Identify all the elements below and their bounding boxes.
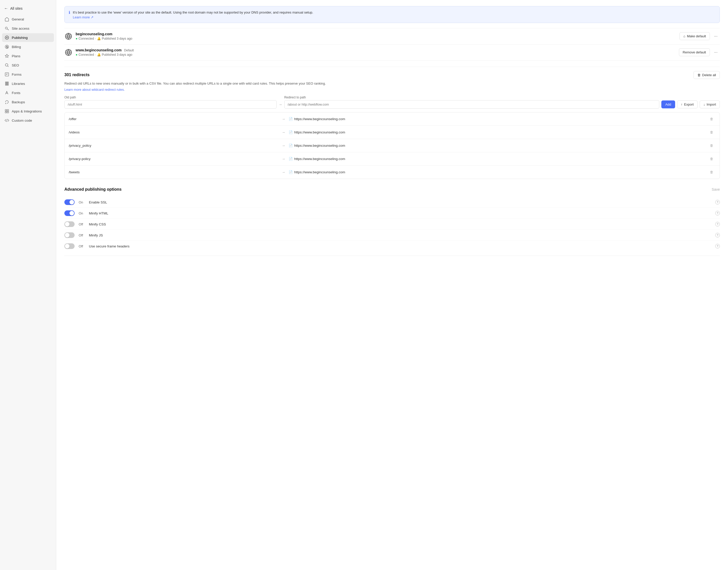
delete-redirect-0[interactable]: 🗑 — [708, 116, 715, 122]
sidebar-item-general[interactable]: General — [2, 15, 54, 23]
rr-arrow-2: → — [278, 144, 289, 148]
sidebar-item-fonts[interactable]: Fonts — [2, 88, 54, 97]
sidebar-item-label-plans: Plans — [12, 54, 20, 58]
minify-js-label: Minify JS — [89, 233, 711, 237]
advanced-section: Advanced publishing options Save On Enab… — [64, 187, 720, 252]
remove-default-button[interactable]: Remove default — [679, 48, 710, 56]
add-redirect-button[interactable]: Add — [661, 100, 675, 108]
publish-icon — [5, 35, 9, 40]
sidebar-item-site-access[interactable]: Site access — [2, 24, 54, 33]
sidebar-item-publishing[interactable]: Publishing — [2, 33, 54, 42]
rr-dest-2: 📄 https://www.begincounseling.com — [289, 144, 708, 148]
sidebar-item-libraries[interactable]: Libraries — [2, 79, 54, 88]
domain-menu-button-1[interactable]: ··· — [712, 32, 720, 41]
minify-css-toggle[interactable] — [64, 221, 75, 227]
file-icon-4: 📄 — [289, 170, 293, 174]
sidebar-item-billing[interactable]: Billing — [2, 42, 54, 51]
secure-frame-label: Use secure frame headers — [89, 244, 711, 248]
redirect-to-input[interactable] — [284, 100, 660, 109]
enable-ssl-label: Enable SSL — [89, 200, 711, 204]
dollar-icon — [5, 44, 9, 49]
redirects-title: 301 redirects — [64, 73, 90, 77]
make-default-button[interactable]: ⌂ Make default — [679, 32, 710, 40]
svg-rect-7 — [5, 111, 7, 113]
domain-row-2: www.begincounseling.com Default ● Connec… — [64, 44, 720, 61]
bell-icon-1: 🔔 — [97, 37, 101, 40]
rr-dest-4: 📄 https://www.begincounseling.com — [289, 170, 708, 174]
sidebar-item-label-apps: Apps & Integrations — [12, 109, 42, 113]
forms-icon — [5, 72, 9, 77]
sidebar-item-plans[interactable]: Plans — [2, 52, 54, 60]
redirect-row-2: /privacy_policy → 📄 https://www.begincou… — [65, 139, 720, 152]
seo-icon — [5, 63, 9, 67]
info-banner-text: It's best practice to use the 'www' vers… — [73, 10, 313, 15]
domain-name-1: begincounseling.com — [76, 32, 132, 36]
delete-redirect-2[interactable]: 🗑 — [708, 142, 715, 149]
domain-info-1: begincounseling.com ● Connected · 🔔 Publ… — [76, 32, 132, 40]
back-label: All sites — [10, 6, 22, 10]
svg-point-0 — [5, 27, 7, 29]
rr-arrow-1: → — [278, 130, 289, 134]
minify-html-label: Minify HTML — [89, 211, 711, 215]
domain-name-2: www.begincounseling.com Default — [76, 48, 134, 52]
export-button[interactable]: ↑ Export — [677, 100, 698, 108]
redirects-table: /offer → 📄 https://www.begincounseling.c… — [64, 112, 720, 179]
svg-point-3 — [5, 64, 8, 66]
sidebar-item-label-general: General — [12, 17, 24, 21]
key-icon — [5, 26, 9, 31]
minify-js-state: Off — [79, 233, 85, 237]
save-button[interactable]: Save — [712, 187, 720, 192]
minify-css-help[interactable]: ? — [715, 222, 720, 227]
connected-dot-2: ● — [76, 53, 78, 56]
domain-menu-button-2[interactable]: ··· — [712, 48, 720, 57]
secure-frame-help[interactable]: ? — [715, 244, 720, 248]
enable-ssl-toggle[interactable] — [64, 199, 75, 205]
libraries-icon — [5, 81, 9, 86]
globe-icon-1 — [64, 32, 73, 40]
old-path-input[interactable] — [64, 100, 277, 109]
sidebar-item-apps[interactable]: Apps & Integrations — [2, 107, 54, 115]
rr-path-0: /offer — [69, 117, 278, 121]
redirect-to-label: Redirect to path — [284, 95, 720, 99]
fonts-icon — [5, 90, 9, 95]
svg-rect-4 — [5, 73, 9, 76]
minify-js-help[interactable]: ? — [715, 233, 720, 238]
enable-ssl-help[interactable]: ? — [715, 200, 720, 205]
sidebar-item-label-fonts: Fonts — [12, 91, 20, 95]
delete-redirect-1[interactable]: 🗑 — [708, 129, 715, 135]
redirects-header: 301 redirects 🗑 Delete all — [64, 71, 720, 79]
wildcard-link[interactable]: Learn more about wildcard redirect rules… — [64, 88, 125, 91]
rr-arrow-3: → — [278, 157, 289, 161]
rr-dest-3: 📄 https://www.begincounseling.com — [289, 157, 708, 161]
minify-css-label: Minify CSS — [89, 222, 711, 226]
back-to-all-sites[interactable]: ← All sites — [0, 4, 56, 15]
minify-html-state: On — [79, 211, 85, 215]
svg-rect-8 — [7, 111, 9, 113]
sidebar-item-seo[interactable]: SEO — [2, 61, 54, 69]
sidebar-item-backups[interactable]: Backups — [2, 98, 54, 106]
sidebar-item-label-backups: Backups — [12, 100, 25, 104]
minify-html-help[interactable]: ? — [715, 211, 720, 216]
delete-all-button[interactable]: 🗑 Delete all — [694, 71, 720, 79]
file-icon-2: 📄 — [289, 144, 293, 148]
export-icon: ↑ — [681, 102, 683, 106]
svg-rect-6 — [7, 109, 9, 111]
rr-path-2: /privacy_policy — [69, 144, 278, 148]
learn-more-link[interactable]: Learn more ↗ — [73, 15, 93, 19]
back-arrow-icon: ← — [4, 6, 8, 11]
sidebar-item-forms[interactable]: Forms — [2, 70, 54, 79]
minify-html-toggle[interactable] — [64, 210, 75, 216]
import-button[interactable]: ↓ Import — [700, 100, 720, 108]
delete-redirect-3[interactable]: 🗑 — [708, 156, 715, 162]
secure-frame-toggle[interactable] — [64, 243, 75, 249]
toggle-row-minify-html: On Minify HTML ? — [64, 208, 720, 219]
bell-icon-2: 🔔 — [97, 53, 101, 56]
sidebar-item-custom-code[interactable]: Custom code — [2, 116, 54, 125]
redirect-row-3: /privacy-policy → 📄 https://www.begincou… — [65, 152, 720, 166]
minify-js-toggle[interactable] — [64, 232, 75, 238]
delete-redirect-4[interactable]: 🗑 — [708, 169, 715, 175]
code-icon — [5, 118, 9, 123]
old-path-label: Old path — [64, 95, 282, 99]
backups-icon — [5, 100, 9, 104]
enable-ssl-state: On — [79, 200, 85, 204]
